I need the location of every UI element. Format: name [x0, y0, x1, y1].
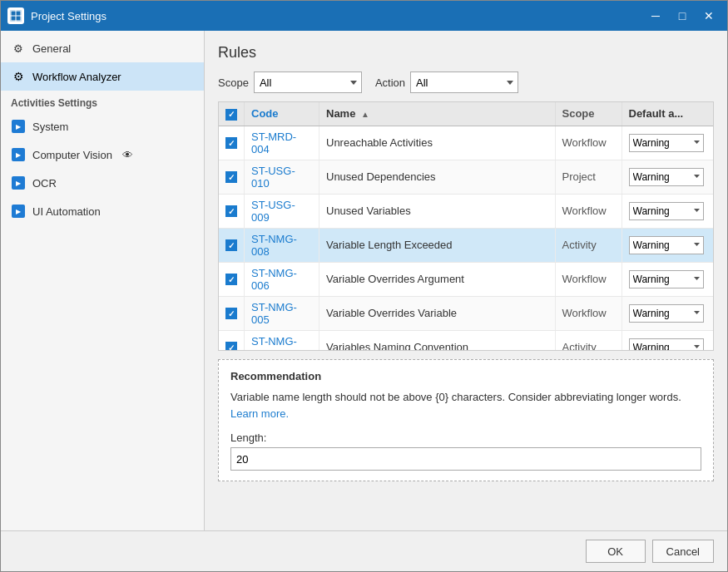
- table-row[interactable]: ST-USG-009 Unused Variables Workflow War…: [219, 194, 713, 228]
- row-code[interactable]: ST-MRD-004: [245, 126, 319, 160]
- row-scope: Workflow: [555, 126, 622, 160]
- window-title: Project Settings: [31, 10, 644, 22]
- row-code[interactable]: ST-NMG-006: [245, 262, 319, 296]
- action-select[interactable]: All Warning Error Info: [410, 72, 518, 93]
- row-name: Unused Dependencies: [319, 160, 556, 194]
- project-settings-window: Project Settings ─ □ ✕ ⚙ General ⚙ Workf…: [0, 0, 728, 572]
- table-header-row: Code Name ▲ Scope Default a...: [219, 102, 713, 126]
- row-scope: Workflow: [555, 262, 622, 296]
- svg-rect-1: [17, 11, 21, 15]
- dialog-footer: OK Cancel: [1, 530, 727, 571]
- cancel-button[interactable]: Cancel: [652, 540, 714, 563]
- row-scope: Workflow: [555, 194, 622, 228]
- col-action[interactable]: Default a...: [622, 102, 713, 126]
- col-scope[interactable]: Scope: [555, 102, 622, 126]
- table-row[interactable]: ST-NMG-001 Variables Naming Convention A…: [219, 330, 713, 351]
- sidebar: ⚙ General ⚙ Workflow Analyzer Activities…: [1, 31, 205, 530]
- select-all-checkbox[interactable]: [225, 109, 237, 121]
- nav-icon-system: [11, 119, 26, 134]
- row-checkbox-cell: [219, 330, 245, 351]
- table-row[interactable]: ST-MRD-004 Unreachable Activities Workfl…: [219, 126, 713, 160]
- svg-rect-0: [11, 11, 15, 15]
- col-code[interactable]: Code: [245, 102, 319, 126]
- sidebar-item-general[interactable]: ⚙ General: [1, 34, 204, 62]
- row-checkbox[interactable]: [225, 239, 237, 251]
- sidebar-item-workflow-analyzer[interactable]: ⚙ Workflow Analyzer: [1, 62, 204, 91]
- row-scope: Project: [555, 160, 622, 194]
- row-scope: Workflow: [555, 296, 622, 330]
- sidebar-item-ocr[interactable]: OCR: [1, 169, 204, 197]
- row-name: Unreachable Activities: [319, 126, 556, 160]
- sidebar-item-uia-label: UI Automation: [32, 205, 101, 218]
- row-checkbox-cell: [219, 296, 245, 330]
- row-code[interactable]: ST-NMG-001: [245, 330, 319, 351]
- recommendation-title: Recommendation: [230, 370, 701, 382]
- row-action: Warning Error Info None: [622, 194, 713, 228]
- action-label: Action: [375, 76, 405, 89]
- scope-select[interactable]: All Workflow Project Activity: [254, 72, 362, 93]
- action-dropdown[interactable]: Warning Error Info None: [629, 202, 704, 220]
- sidebar-item-computer-vision[interactable]: Computer Vision 👁: [1, 141, 204, 169]
- filters-bar: Scope All Workflow Project Activity Acti…: [218, 72, 714, 93]
- action-dropdown[interactable]: Warning Error Info None: [629, 168, 704, 186]
- sidebar-item-general-label: General: [32, 42, 71, 55]
- row-name: Variable Overrides Variable: [319, 296, 556, 330]
- row-code[interactable]: ST-USG-010: [245, 160, 319, 194]
- row-checkbox-cell: [219, 160, 245, 194]
- svg-rect-3: [17, 17, 21, 21]
- nav-icon-cv: [11, 147, 26, 162]
- learn-more-link[interactable]: Learn more.: [230, 407, 289, 420]
- row-scope: Activity: [555, 228, 622, 262]
- sidebar-item-cv-label: Computer Vision: [32, 149, 112, 161]
- action-dropdown[interactable]: Warning Error Info None: [629, 270, 704, 288]
- ok-button[interactable]: OK: [586, 540, 646, 563]
- sort-arrow-name: ▲: [361, 110, 369, 119]
- row-checkbox[interactable]: [225, 342, 237, 351]
- page-title: Rules: [218, 44, 714, 62]
- row-checkbox-cell: [219, 126, 245, 160]
- row-checkbox-cell: [219, 228, 245, 262]
- row-checkbox[interactable]: [225, 205, 237, 217]
- action-dropdown[interactable]: Warning Error Info None: [629, 236, 704, 254]
- row-name: Variables Naming Convention: [319, 330, 556, 351]
- minimize-button[interactable]: ─: [644, 7, 667, 25]
- app-icon: [7, 7, 24, 24]
- sidebar-item-system-label: System: [32, 121, 68, 133]
- row-action: Warning Error Info None: [622, 296, 713, 330]
- sidebar-item-ocr-label: OCR: [32, 177, 57, 190]
- maximize-button[interactable]: □: [671, 7, 694, 25]
- action-dropdown[interactable]: Warning Error Info None: [629, 338, 704, 352]
- length-input[interactable]: [230, 447, 701, 471]
- window-body: ⚙ General ⚙ Workflow Analyzer Activities…: [1, 31, 727, 530]
- row-checkbox[interactable]: [225, 137, 237, 149]
- row-checkbox[interactable]: [225, 171, 237, 183]
- rules-table-body: ST-MRD-004 Unreachable Activities Workfl…: [219, 126, 713, 351]
- sidebar-item-system[interactable]: System: [1, 112, 204, 141]
- activities-section-label: Activities Settings: [1, 91, 204, 112]
- recommendation-text: Variable name length should not be above…: [230, 389, 701, 422]
- sidebar-item-ui-automation[interactable]: UI Automation: [1, 197, 204, 225]
- workflow-icon: ⚙: [11, 69, 26, 84]
- window-controls: ─ □ ✕: [644, 7, 721, 25]
- table-row[interactable]: ST-USG-010 Unused Dependencies Project W…: [219, 160, 713, 194]
- row-code[interactable]: ST-NMG-005: [245, 296, 319, 330]
- table-row[interactable]: ST-NMG-008 Variable Length Exceeded Acti…: [219, 228, 713, 262]
- recommendation-panel: Recommendation Variable name length shou…: [218, 359, 714, 481]
- row-code[interactable]: ST-NMG-008: [245, 228, 319, 262]
- action-dropdown[interactable]: Warning Error Info None: [629, 304, 704, 323]
- table-row[interactable]: ST-NMG-006 Variable Overrides Argument W…: [219, 262, 713, 296]
- row-checkbox[interactable]: [225, 274, 237, 285]
- action-dropdown[interactable]: Warning Error Info None: [629, 134, 704, 152]
- col-check: [219, 102, 245, 126]
- row-name: Variable Overrides Argument: [319, 262, 556, 296]
- col-name[interactable]: Name ▲: [319, 102, 556, 126]
- row-scope: Activity: [555, 330, 622, 351]
- table-row[interactable]: ST-NMG-005 Variable Overrides Variable W…: [219, 296, 713, 330]
- rules-table: Code Name ▲ Scope Default a...: [219, 102, 713, 351]
- close-button[interactable]: ✕: [697, 7, 721, 25]
- eye-icon: 👁: [122, 149, 133, 161]
- title-bar: Project Settings ─ □ ✕: [1, 1, 727, 31]
- row-checkbox[interactable]: [225, 308, 237, 319]
- row-code[interactable]: ST-USG-009: [245, 194, 319, 228]
- row-action: Warning Error Info None: [622, 160, 713, 194]
